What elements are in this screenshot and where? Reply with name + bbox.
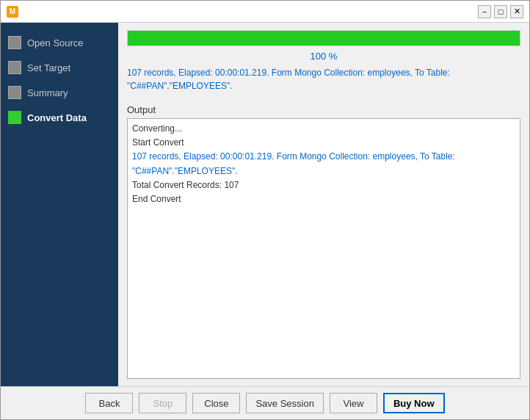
sidebar-label-convert-data: Convert Data <box>27 112 87 123</box>
output-line-5: End Convert <box>132 192 515 206</box>
output-line-4: Total Convert Records: 107 <box>132 178 515 192</box>
progress-bar-container <box>127 30 520 46</box>
title-bar-controls: − □ ✕ <box>478 5 523 18</box>
close-button-footer[interactable]: Close <box>192 393 240 413</box>
maximize-button[interactable]: □ <box>494 5 507 18</box>
footer-bar: Back Stop Close Save Session View Buy No… <box>1 386 529 419</box>
sidebar-item-summary[interactable]: Summary <box>1 80 118 105</box>
output-line-3: "C##PAN"."EMPLOYEES". <box>132 164 515 178</box>
progress-percent: 100 % <box>127 51 520 62</box>
close-button[interactable]: ✕ <box>510 5 523 18</box>
output-section: Output Converting... Start Convert 107 r… <box>127 104 520 379</box>
sidebar-item-convert-data[interactable]: Convert Data <box>1 105 118 130</box>
progress-section: 100 % 107 records, Elapsed: 00:00:01.219… <box>127 30 520 98</box>
title-bar-left: M <box>7 6 18 18</box>
status-line-1: 107 records, Elapsed: 00:00:01.219. Form… <box>127 66 520 79</box>
title-bar: M − □ ✕ <box>1 1 529 23</box>
back-button[interactable]: Back <box>85 393 133 413</box>
output-box[interactable]: Converting... Start Convert 107 records,… <box>127 118 520 379</box>
status-line-2: "C##PAN"."EMPLOYEES". <box>127 79 520 93</box>
convert-data-icon <box>8 111 21 124</box>
view-button[interactable]: View <box>330 393 377 413</box>
set-target-icon <box>8 61 21 74</box>
open-source-icon <box>8 36 21 49</box>
app-icon: M <box>7 6 18 18</box>
app-icon-label: M <box>10 7 15 15</box>
progress-bar-fill <box>128 31 520 46</box>
sidebar-label-open-source: Open Source <box>27 37 84 48</box>
output-line-0: Converting... <box>132 122 515 136</box>
content-area: Open Source Set Target Summary Convert D… <box>1 23 529 386</box>
sidebar-label-summary: Summary <box>27 87 68 98</box>
stop-button: Stop <box>139 393 186 413</box>
minimize-button[interactable]: − <box>478 5 491 18</box>
save-session-button[interactable]: Save Session <box>246 393 324 413</box>
status-text: 107 records, Elapsed: 00:00:01.219. Form… <box>127 66 520 93</box>
main-panel: 100 % 107 records, Elapsed: 00:00:01.219… <box>118 23 529 386</box>
main-window: M − □ ✕ Open Source Set Target Summary <box>0 0 530 420</box>
sidebar-item-set-target[interactable]: Set Target <box>1 55 118 80</box>
sidebar-label-set-target: Set Target <box>27 62 70 73</box>
output-line-2: 107 records, Elapsed: 00:00:01.219. Form… <box>132 150 515 164</box>
sidebar: Open Source Set Target Summary Convert D… <box>1 23 118 386</box>
output-label: Output <box>127 104 520 115</box>
sidebar-item-open-source[interactable]: Open Source <box>1 30 118 55</box>
buy-now-button[interactable]: Buy Now <box>383 393 445 413</box>
summary-icon <box>8 86 21 99</box>
output-line-1: Start Convert <box>132 136 515 150</box>
